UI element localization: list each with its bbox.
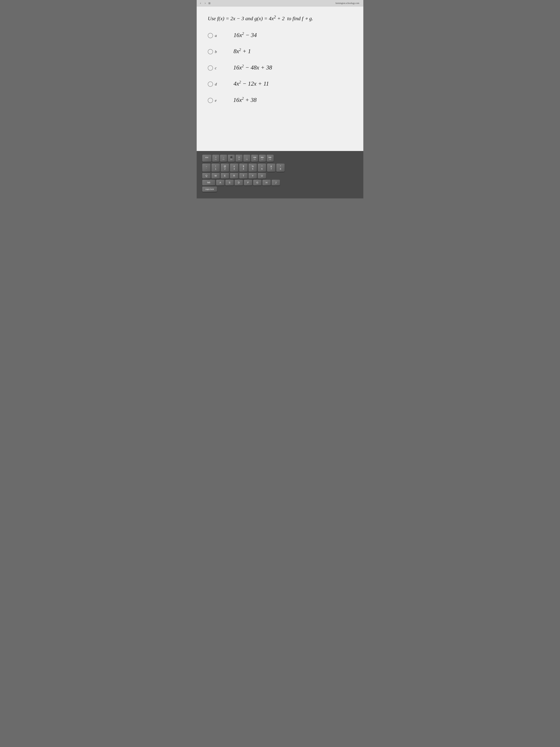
key-u[interactable]: U <box>258 173 266 179</box>
key-2[interactable]: @2 <box>221 163 229 172</box>
choice-e-math: 16x2 + 38 <box>233 96 257 103</box>
key-r[interactable]: R <box>230 173 238 179</box>
choice-c-label: c <box>208 66 217 71</box>
choice-row-e: e 16x2 + 38 <box>208 96 352 103</box>
key-5[interactable]: %5 <box>248 163 257 172</box>
url-bar: farmington.schoology.com <box>211 2 361 5</box>
choice-d-math: 4x2 − 12x + 11 <box>234 80 269 87</box>
key-f8[interactable]: ▶▶F8 <box>267 155 274 162</box>
browser-bar: ‹ › ⊞ farmington.schoology.com <box>197 0 363 6</box>
key-capslock[interactable]: caps lock <box>202 186 217 192</box>
key-8[interactable]: *8 <box>276 163 285 172</box>
key-7[interactable]: &7 <box>267 163 275 172</box>
key-t[interactable]: T <box>239 173 247 179</box>
choice-a-math: 16x2 − 34 <box>234 31 257 38</box>
key-a[interactable]: A <box>216 180 224 185</box>
key-w[interactable]: W <box>212 173 220 179</box>
choice-c-letter: c <box>215 66 217 70</box>
key-f1[interactable]: ☀F1 <box>212 155 219 162</box>
screen-container: ‹ › ⊞ farmington.schoology.com Use f(x) … <box>197 0 363 199</box>
choice-d-label: d <box>208 81 217 87</box>
choice-a-label: a <box>208 33 217 38</box>
choice-c-math: 16x2 − 48x + 38 <box>233 64 272 71</box>
key-6[interactable]: ^6 <box>258 163 266 172</box>
key-j[interactable]: J <box>272 180 280 185</box>
radio-e[interactable] <box>208 98 213 103</box>
choice-row-d: d 4x2 − 12x + 11 <box>208 80 352 87</box>
key-d[interactable]: D <box>235 180 243 185</box>
key-tab[interactable]: tab <box>202 180 215 185</box>
key-esc[interactable]: esc <box>202 155 212 162</box>
key-4[interactable]: $4 <box>239 163 247 172</box>
choice-b-letter: b <box>215 49 217 54</box>
key-f2[interactable]: ☼F2 <box>220 155 227 162</box>
keyboard-fn-row: esc ☀F1 ☼F2 ⬛F3 ⊞F4 ⋯F5 ◀◀F6 ▶▶F7 ▶▶F8 <box>202 155 358 162</box>
keyboard-tab-row: tab A S D F G H J <box>202 180 358 185</box>
choice-row-c: c 16x2 − 48x + 38 <box>208 64 352 71</box>
key-q[interactable]: Q <box>202 173 211 179</box>
choice-d-letter: d <box>215 82 217 86</box>
nav-back-button[interactable]: ‹ <box>199 1 202 5</box>
keyboard-number-row: ~` !1 @2 #3 $4 %5 ^6 &7 *8 <box>202 163 358 172</box>
key-3[interactable]: #3 <box>230 163 238 172</box>
nav-buttons: ‹ › ⊞ <box>199 1 211 5</box>
key-f3[interactable]: ⬛F3 <box>228 155 235 162</box>
nav-forward-button[interactable]: › <box>204 1 207 5</box>
key-f[interactable]: F <box>244 180 252 185</box>
key-h[interactable]: H <box>262 180 271 185</box>
radio-a[interactable] <box>208 33 213 38</box>
key-1[interactable]: !1 <box>212 163 220 172</box>
window-icon: ⊞ <box>208 2 211 5</box>
question-title: Use f(x) = 2x − 3 and g(x) = 4x2 + 2 to … <box>208 14 352 22</box>
radio-d[interactable] <box>208 81 213 87</box>
key-e[interactable]: E <box>221 173 229 179</box>
radio-b[interactable] <box>208 49 213 54</box>
key-backtick[interactable]: ~` <box>202 163 211 172</box>
key-y[interactable]: Y <box>248 173 257 179</box>
key-f5[interactable]: ⋯F5 <box>243 155 250 162</box>
choices-container: a 16x2 − 34 b 8x2 + 1 <box>208 31 352 103</box>
key-f4[interactable]: ⊞F4 <box>236 155 243 162</box>
choice-row-b: b 8x2 + 1 <box>208 48 352 55</box>
keyboard-qwerty-row: Q W E R T Y U <box>202 173 358 179</box>
key-f6[interactable]: ◀◀F6 <box>251 155 258 162</box>
choice-b-math: 8x2 + 1 <box>234 48 251 55</box>
url-text: farmington.schoology.com <box>336 2 359 4</box>
question-area: Use f(x) = 2x − 3 and g(x) = 4x2 + 2 to … <box>197 6 363 151</box>
choice-b-label: b <box>208 49 217 54</box>
choice-e-label: e <box>208 98 217 103</box>
keyboard-caps-row: caps lock <box>202 186 358 192</box>
key-s[interactable]: S <box>225 180 234 185</box>
choice-a-letter: a <box>215 33 217 38</box>
choice-e-letter: e <box>215 98 217 103</box>
key-g[interactable]: G <box>253 180 262 185</box>
keyboard-area: esc ☀F1 ☼F2 ⬛F3 ⊞F4 ⋯F5 ◀◀F6 ▶▶F7 ▶▶F8 ~… <box>197 151 363 199</box>
radio-c[interactable] <box>208 66 213 71</box>
key-f7[interactable]: ▶▶F7 <box>259 155 266 162</box>
choice-row-a: a 16x2 − 34 <box>208 31 352 38</box>
